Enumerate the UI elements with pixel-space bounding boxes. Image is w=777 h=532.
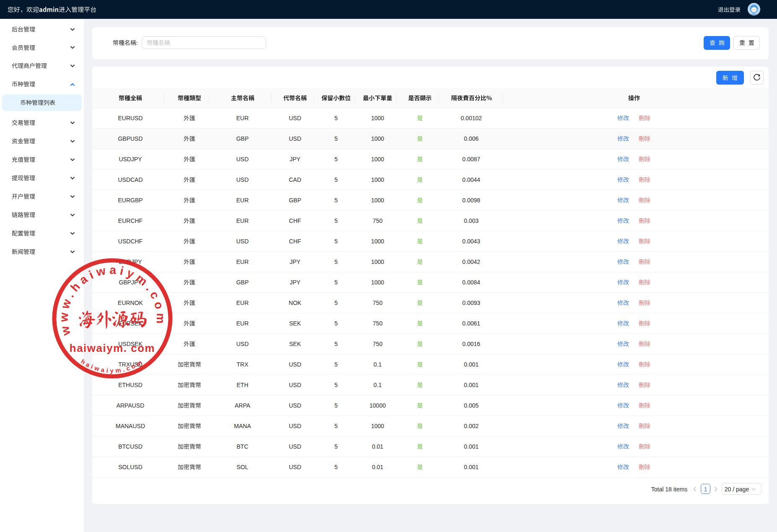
svg-text:haiwaiym. com: haiwaiym. com: [70, 342, 155, 354]
